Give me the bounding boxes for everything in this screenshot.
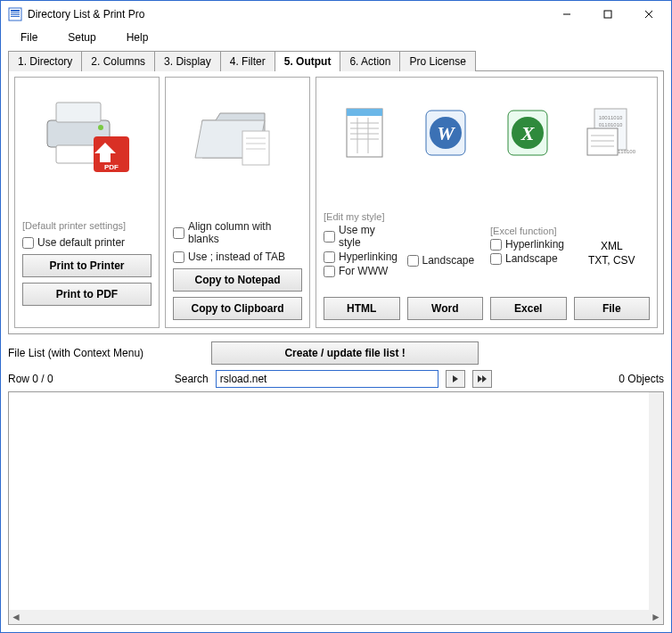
html-hyperlinking-checkbox[interactable]: Hyperlinking: [324, 251, 400, 263]
semicolon-checkbox[interactable]: Use ; instead of TAB: [173, 251, 302, 263]
file-list-area[interactable]: ◄ ►: [8, 391, 664, 625]
svg-rect-4: [11, 16, 20, 17]
scroll-left-arrow-icon[interactable]: ◄: [9, 610, 23, 624]
binary-file-icon: 10011010011010101101001: [582, 102, 635, 167]
search-next-button[interactable]: [446, 370, 465, 388]
tab-directory[interactable]: 1. Directory: [8, 51, 82, 71]
export-file-button[interactable]: File: [574, 297, 651, 320]
vertical-scrollbar[interactable]: [649, 392, 663, 610]
tab-strip: 1. Directory 2. Columns 3. Display 4. Fi…: [8, 51, 664, 71]
tab-display[interactable]: 3. Display: [154, 51, 221, 71]
print-to-printer-button[interactable]: Print to Printer: [22, 254, 152, 277]
export-excel-button[interactable]: Excel: [490, 297, 567, 320]
panel-export: W X 10011010011010101101001 [Edit my sty…: [316, 77, 658, 328]
svg-rect-19: [347, 109, 382, 157]
html-icon: [338, 102, 391, 167]
svg-text:10011010: 10011010: [599, 115, 623, 120]
window-title: Directory List & Print Pro: [28, 8, 546, 21]
export-word-button[interactable]: Word: [407, 297, 484, 320]
printer-pdf-icon: PDF: [22, 85, 152, 183]
default-printer-hint: [Default printer settings]: [22, 220, 152, 231]
file-list-header: File List (with Context Menu): [8, 347, 143, 359]
txt-csv-label: TXT, CSV: [574, 254, 651, 267]
svg-marker-43: [482, 375, 487, 382]
tab-output[interactable]: 5. Output: [275, 51, 341, 71]
scroll-right-arrow-icon[interactable]: ►: [649, 610, 663, 624]
minimize-button[interactable]: [546, 1, 587, 28]
search-last-button[interactable]: [472, 370, 492, 388]
svg-rect-10: [56, 103, 101, 122]
excel-hyperlinking-checkbox[interactable]: Hyperlinking: [490, 238, 567, 251]
word-icon: W: [419, 102, 472, 167]
svg-text:X: X: [520, 122, 535, 144]
search-input[interactable]: [216, 370, 438, 388]
export-html-button[interactable]: HTML: [324, 297, 400, 320]
tab-filter[interactable]: 4. Filter: [220, 51, 275, 71]
svg-rect-3: [11, 14, 20, 15]
svg-rect-20: [347, 109, 382, 116]
svg-rect-36: [587, 128, 618, 155]
print-to-pdf-button[interactable]: Print to PDF: [22, 283, 152, 306]
tab-columns[interactable]: 2. Columns: [81, 51, 155, 71]
svg-point-12: [98, 125, 103, 130]
svg-marker-41: [453, 375, 458, 382]
use-default-printer-checkbox[interactable]: Use default printer: [22, 236, 152, 249]
row-counter: Row 0 / 0: [8, 373, 53, 385]
close-button[interactable]: [628, 1, 669, 28]
edit-style-hint: [Edit my style]: [324, 211, 400, 222]
menu-help[interactable]: Help: [112, 29, 163, 45]
svg-text:1101001: 1101001: [618, 149, 635, 154]
create-update-list-button[interactable]: Create / update file list !: [211, 341, 479, 365]
folder-notepad-icon: [173, 85, 302, 183]
excel-function-hint: [Excel function]: [490, 226, 567, 236]
svg-rect-1: [11, 10, 20, 12]
objects-counter: 0 Objects: [619, 373, 664, 385]
align-blanks-checkbox[interactable]: Align column with blanks: [173, 220, 302, 245]
search-label: Search: [175, 373, 209, 385]
use-style-checkbox[interactable]: Use my style: [324, 224, 400, 249]
panel-print: PDF [Default printer settings] Use defau…: [14, 77, 160, 328]
svg-rect-6: [604, 11, 611, 18]
svg-marker-42: [478, 375, 482, 382]
svg-text:01101010: 01101010: [599, 122, 623, 127]
menu-file[interactable]: File: [6, 29, 52, 45]
menu-bar: File Setup Help: [1, 28, 671, 51]
panel-copy: Align column with blanks Use ; instead o…: [165, 77, 310, 328]
svg-text:W: W: [437, 122, 455, 144]
copy-to-notepad-button[interactable]: Copy to Notepad: [173, 268, 302, 292]
tab-pro-license[interactable]: Pro License: [399, 51, 475, 71]
svg-text:PDF: PDF: [104, 163, 119, 171]
svg-rect-2: [11, 12, 20, 13]
copy-to-clipboard-button[interactable]: Copy to Clipboard: [173, 297, 302, 320]
horizontal-scrollbar[interactable]: ◄ ►: [9, 610, 663, 624]
maximize-button[interactable]: [587, 1, 628, 28]
tab-action[interactable]: 6. Action: [340, 51, 400, 71]
xml-label: XML: [574, 240, 651, 252]
excel-landscape-checkbox[interactable]: Landscape: [490, 252, 567, 265]
svg-rect-15: [242, 131, 269, 165]
word-landscape-checkbox[interactable]: Landscape: [407, 254, 484, 267]
menu-setup[interactable]: Setup: [53, 29, 110, 45]
app-icon: [8, 7, 22, 21]
for-www-checkbox[interactable]: For WWW: [324, 265, 400, 277]
excel-icon: X: [501, 102, 554, 167]
